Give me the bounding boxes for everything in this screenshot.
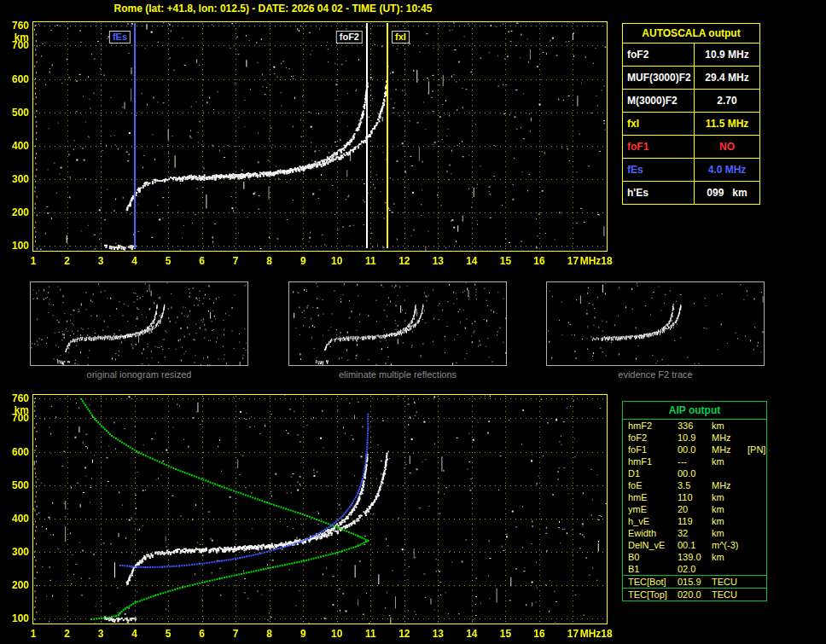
aip-param-name: TEC[Bot] [623,576,678,588]
x-tick-label: 15 [496,628,515,640]
thumbnail-reflections-canvas [289,282,506,365]
aip-param-extra [747,503,766,515]
autoscala-row-h'Es: h'Es099 km [623,182,759,204]
autoscala-param-value: 099 km [695,182,759,204]
aip-param-name: TEC[Top] [623,589,678,600]
x-axis-unit-label: MHz [579,628,602,640]
x-tick-label: 12 [395,628,414,640]
aip-param-extra [747,420,766,432]
aip-param-extra [747,479,766,491]
aip-param-unit: MHz [712,444,747,455]
x-tick-label: 5 [159,628,177,640]
aip-param-value: 020.0 [678,589,712,600]
y-tick-label: 600 [2,73,29,85]
x-tick-label: 1 [24,628,43,640]
y-tick-label: 400 [2,140,29,152]
aip-param-name: B1 [623,563,678,575]
autoscala-param-value: 11.5 MHz [695,113,759,135]
autoscala-row-foF1: foF1NO [623,136,759,159]
x-tick-label: 4 [125,628,144,640]
aip-param-unit: km [712,420,747,432]
aip-row-hmE: hmE110km [623,491,766,503]
aip-param-extra [747,563,766,575]
x-tick-label: 6 [193,628,212,640]
aip-param-unit: TECU [712,589,747,600]
aip-param-unit: km [712,491,747,503]
aip-row-B1: B102.0 [623,563,766,575]
autoscala-table-rows: foF210.9 MHzMUF(3000)F229.4 MHzM(3000)F2… [623,44,759,204]
thumbnail-caption-original: original ionogram resized [30,369,248,380]
x-tick-label: 7 [226,255,245,267]
aip-param-unit: m^(-3) [712,539,747,551]
aip-param-name: foE [623,479,678,491]
aip-param-extra [747,491,766,503]
aip-param-extra [747,539,766,551]
aip-param-name: foF1 [623,444,678,455]
autoscala-param-value: 29.4 MHz [695,67,759,89]
thumbnail-caption-f2: evidence F2 trace [546,369,765,380]
thumbnail-original-canvas [31,282,247,365]
aip-param-name: hmF1 [623,455,678,467]
autoscala-param-name: foF1 [623,136,695,158]
aip-row-ymE: ymE20km [623,503,766,515]
y-tick-label: 200 [2,579,29,591]
aip-output-table: AIP output hmF2336kmfoF210.9MHzfoF100.0M… [622,401,767,601]
x-tick-label: 17 [563,628,582,640]
x-tick-label: 4 [125,255,144,267]
aip-param-name: Ewidth [623,527,678,539]
aip-row-B0: B0139.0km [623,551,766,563]
aip-row-hmF2: hmF2336km [623,420,766,432]
aip-row-TEC[Bot]: TEC[Bot]015.9TECU [623,575,766,588]
aip-param-name: B0 [623,551,678,563]
x-axis-unit-label: MHz [579,255,602,267]
bottom-profile-canvas [33,395,607,624]
x-tick-label: 15 [496,255,515,267]
aip-param-extra [747,467,766,479]
aip-param-extra [747,589,766,600]
aip-param-unit: km [712,527,747,539]
thumbnail-f2-canvas [547,282,764,365]
autoscala-table-title: AUTOSCALA output [623,24,759,44]
aip-param-unit [712,563,747,575]
aip-param-extra [747,527,766,539]
thumbnail-original-ionogram [30,281,248,366]
x-tick-label: 2 [58,255,77,267]
x-tick-label: 14 [462,255,481,267]
aip-param-value: 32 [678,527,712,539]
aip-param-name: D1 [623,467,678,479]
aip-param-value: 00.1 [678,539,712,551]
aip-param-name: foF2 [623,432,678,444]
x-tick-label: 11 [361,628,380,640]
y-tick-label: 600 [2,446,29,458]
y-tick-label: 400 [2,513,29,525]
autoscala-param-name: fxI [623,113,695,135]
y-tick-label: 700 [2,39,29,51]
aip-row-h_vE: h_vE119km [623,515,766,527]
aip-param-value: 3.5 [678,479,712,491]
x-tick-label: 13 [428,255,447,267]
x-tick-label: 11 [361,255,380,267]
thumbnail-f2-trace [546,281,765,366]
aip-row-foF1: foF100.0MHz[PN] [623,444,766,455]
aip-param-value: 10.9 [678,432,712,444]
aip-param-extra [747,551,766,563]
x-tick-label: 16 [530,628,549,640]
autoscala-row-foF2: foF210.9 MHz [623,44,759,67]
aip-param-name: DelN_vE [623,539,678,551]
top-ionogram-canvas [33,22,607,251]
autoscala-param-name: h'Es [623,182,695,204]
x-tick-label: 10 [328,255,346,267]
y-tick-label: 300 [2,546,29,558]
x-tick-label: 18 [597,255,616,267]
x-tick-label: 8 [260,628,279,640]
aip-param-value: 015.9 [678,576,712,588]
aip-param-name: h_vE [623,515,678,527]
y-tick-label: 500 [2,107,29,119]
autoscala-param-name: foF2 [623,44,695,66]
aip-param-unit: MHz [712,479,747,491]
x-tick-label: 17 [563,255,582,267]
aip-row-TEC[Top]: TEC[Top]020.0TECU [623,588,766,600]
bottom-profile-plot [32,394,608,624]
y-tick-label: 100 [2,612,29,624]
aip-param-extra [747,432,766,444]
